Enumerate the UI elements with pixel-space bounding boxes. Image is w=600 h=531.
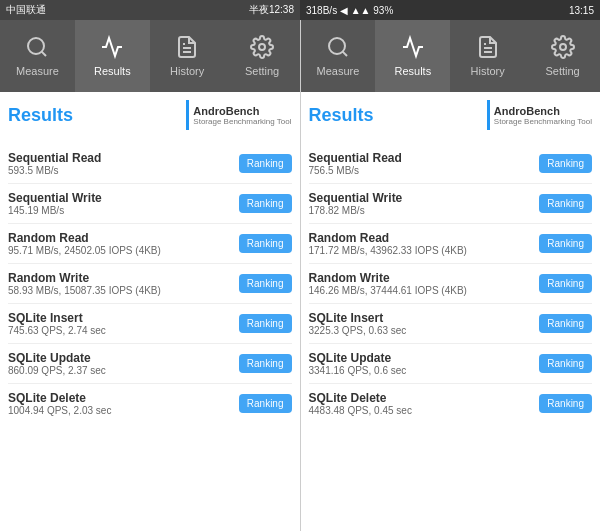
svg-line-1: [42, 52, 46, 56]
result-row-2: Random Read95.71 MB/s, 24502.05 IOPS (4K…: [8, 224, 292, 264]
brand-sub-right: Storage Benchmarking Tool: [494, 117, 592, 126]
nav-label-results: Results: [94, 65, 131, 77]
result-row-0: Sequential Read593.5 MB/sRanking: [8, 144, 292, 184]
result-info-0: Sequential Read756.5 MB/s: [309, 151, 402, 176]
result-info-6: SQLite Delete4483.48 QPS, 0.45 sec: [309, 391, 412, 416]
svg-point-9: [560, 44, 566, 50]
nav-item-setting-left[interactable]: Setting: [225, 20, 300, 92]
ranking-btn-0[interactable]: Ranking: [239, 154, 292, 173]
nav-item-measure-right[interactable]: Measure: [301, 20, 376, 92]
result-name-2: Random Read: [8, 231, 161, 245]
result-value-3: 146.26 MB/s, 37444.61 IOPS (4KB): [309, 285, 467, 296]
results-area-left: ResultsAndroBenchStorage Benchmarking To…: [0, 92, 300, 531]
results-area-right: ResultsAndroBenchStorage Benchmarking To…: [301, 92, 601, 531]
result-row-1: Sequential Write178.82 MB/sRanking: [309, 184, 593, 224]
nav-bar-left: Measure Results History Setting: [0, 20, 300, 92]
results-header-left: ResultsAndroBenchStorage Benchmarking To…: [8, 100, 292, 134]
ranking-btn-5[interactable]: Ranking: [539, 354, 592, 373]
result-value-0: 756.5 MB/s: [309, 165, 402, 176]
result-row-5: SQLite Update860.09 QPS, 2.37 secRanking: [8, 344, 292, 384]
nav-label-measure: Measure: [16, 65, 59, 77]
result-value-6: 4483.48 QPS, 0.45 sec: [309, 405, 412, 416]
result-row-6: SQLite Delete4483.48 QPS, 0.45 secRankin…: [309, 384, 593, 423]
result-value-2: 171.72 MB/s, 43962.33 IOPS (4KB): [309, 245, 467, 256]
ranking-btn-6[interactable]: Ranking: [239, 394, 292, 413]
results-icon: [401, 35, 425, 63]
nav-item-results-left[interactable]: Results: [75, 20, 150, 92]
result-name-3: Random Write: [309, 271, 467, 285]
svg-line-6: [343, 52, 347, 56]
result-name-5: SQLite Update: [309, 351, 407, 365]
ranking-btn-1[interactable]: Ranking: [539, 194, 592, 213]
status-bar-right: 318B/s ◀ ▲▲ 93% 13:15: [300, 0, 600, 20]
brand-line-left: [186, 100, 189, 130]
result-info-0: Sequential Read593.5 MB/s: [8, 151, 101, 176]
nav-label-history: History: [471, 65, 505, 77]
result-value-6: 1004.94 QPS, 2.03 sec: [8, 405, 111, 416]
brand-line-right: [487, 100, 490, 130]
result-info-1: Sequential Write145.19 MB/s: [8, 191, 102, 216]
nav-bar-right: Measure Results History Setting: [301, 20, 601, 92]
result-name-6: SQLite Delete: [8, 391, 111, 405]
ranking-btn-2[interactable]: Ranking: [539, 234, 592, 253]
svg-point-0: [28, 38, 44, 54]
result-value-3: 58.93 MB/s, 15087.35 IOPS (4KB): [8, 285, 161, 296]
ranking-btn-3[interactable]: Ranking: [239, 274, 292, 293]
result-value-4: 745.63 QPS, 2.74 sec: [8, 325, 106, 336]
nav-label-setting: Setting: [545, 65, 579, 77]
ranking-btn-6[interactable]: Ranking: [539, 394, 592, 413]
result-info-2: Random Read95.71 MB/s, 24502.05 IOPS (4K…: [8, 231, 161, 256]
result-name-3: Random Write: [8, 271, 161, 285]
brand-name-left: AndroBench: [193, 105, 291, 117]
main-split: Measure Results History SettingResultsAn…: [0, 20, 600, 531]
result-value-4: 3225.3 QPS, 0.63 sec: [309, 325, 407, 336]
brand-area-left: AndroBenchStorage Benchmarking Tool: [186, 100, 291, 130]
result-name-1: Sequential Write: [8, 191, 102, 205]
result-value-5: 3341.16 QPS, 0.6 sec: [309, 365, 407, 376]
ranking-btn-2[interactable]: Ranking: [239, 234, 292, 253]
result-row-4: SQLite Insert3225.3 QPS, 0.63 secRanking: [309, 304, 593, 344]
nav-item-results-right[interactable]: Results: [375, 20, 450, 92]
result-name-6: SQLite Delete: [309, 391, 412, 405]
ranking-btn-4[interactable]: Ranking: [539, 314, 592, 333]
result-info-5: SQLite Update3341.16 QPS, 0.6 sec: [309, 351, 407, 376]
measure-icon: [25, 35, 49, 63]
ranking-btn-0[interactable]: Ranking: [539, 154, 592, 173]
result-row-1: Sequential Write145.19 MB/sRanking: [8, 184, 292, 224]
nav-label-measure: Measure: [317, 65, 360, 77]
time-right: 13:15: [569, 5, 594, 16]
result-info-3: Random Write146.26 MB/s, 37444.61 IOPS (…: [309, 271, 467, 296]
panel-right: Measure Results History SettingResultsAn…: [301, 20, 601, 531]
result-name-4: SQLite Insert: [8, 311, 106, 325]
status-bars: 中国联通 半夜12:38 318B/s ◀ ▲▲ 93% 13:15: [0, 0, 600, 20]
ranking-btn-3[interactable]: Ranking: [539, 274, 592, 293]
setting-icon: [551, 35, 575, 63]
carrier-left: 中国联通: [6, 3, 46, 17]
result-row-6: SQLite Delete1004.94 QPS, 2.03 secRankin…: [8, 384, 292, 423]
brand-sub-left: Storage Benchmarking Tool: [193, 117, 291, 126]
ranking-btn-4[interactable]: Ranking: [239, 314, 292, 333]
result-info-1: Sequential Write178.82 MB/s: [309, 191, 403, 216]
nav-item-measure-left[interactable]: Measure: [0, 20, 75, 92]
status-bar-left: 中国联通 半夜12:38: [0, 0, 300, 20]
result-row-3: Random Write146.26 MB/s, 37444.61 IOPS (…: [309, 264, 593, 304]
brand-name-right: AndroBench: [494, 105, 592, 117]
nav-label-history: History: [170, 65, 204, 77]
result-row-0: Sequential Read756.5 MB/sRanking: [309, 144, 593, 184]
result-info-3: Random Write58.93 MB/s, 15087.35 IOPS (4…: [8, 271, 161, 296]
ranking-btn-1[interactable]: Ranking: [239, 194, 292, 213]
result-value-1: 145.19 MB/s: [8, 205, 102, 216]
time-left: 半夜12:38: [249, 3, 294, 17]
ranking-btn-5[interactable]: Ranking: [239, 354, 292, 373]
nav-item-history-right[interactable]: History: [450, 20, 525, 92]
result-name-2: Random Read: [309, 231, 467, 245]
nav-label-results: Results: [394, 65, 431, 77]
nav-item-history-left[interactable]: History: [150, 20, 225, 92]
result-name-0: Sequential Read: [309, 151, 402, 165]
result-name-0: Sequential Read: [8, 151, 101, 165]
setting-icon: [250, 35, 274, 63]
nav-item-setting-right[interactable]: Setting: [525, 20, 600, 92]
result-row-4: SQLite Insert745.63 QPS, 2.74 secRanking: [8, 304, 292, 344]
result-row-3: Random Write58.93 MB/s, 15087.35 IOPS (4…: [8, 264, 292, 304]
nav-label-setting: Setting: [245, 65, 279, 77]
